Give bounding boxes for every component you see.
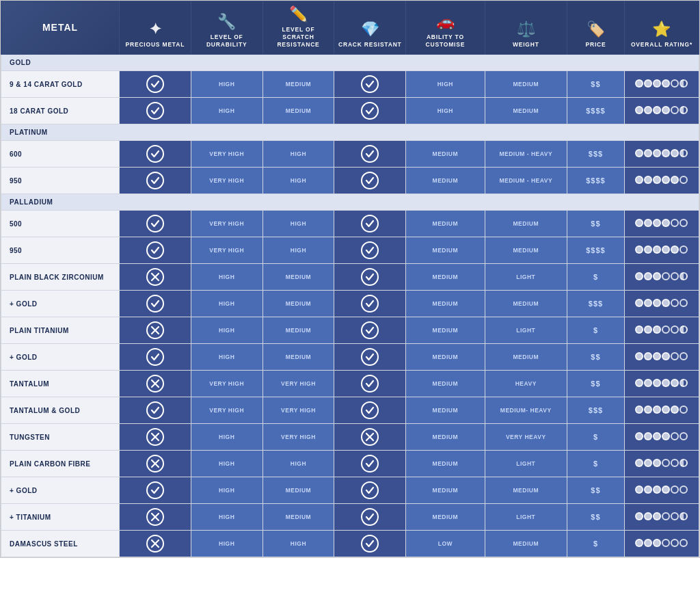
weight-value: MEDIUM - HEAVY: [499, 150, 552, 157]
scratch-value: VERY HIGH: [281, 434, 316, 440]
rating-circle-filled: [662, 245, 670, 254]
durability-cell: VERY HIGH: [191, 141, 262, 168]
scratch-header-label: LEVEL OF SCRATCH RESISTANCE: [266, 26, 332, 49]
durability-cell: HIGH: [191, 264, 262, 291]
customise-value: HIGH: [438, 81, 453, 88]
rating-circle-filled: [653, 325, 661, 334]
rating-circles: [635, 432, 688, 440]
rating-circle-filled: [653, 539, 661, 547]
rating-circle-filled: [635, 272, 643, 280]
rating-cell: [624, 141, 699, 168]
scratch-value: MEDIUM: [286, 327, 311, 334]
rating-cell: [624, 291, 699, 317]
durability-value: HIGH: [219, 354, 234, 360]
rating-circle-filled: [653, 219, 661, 227]
durability-value: HIGH: [219, 514, 234, 520]
rating-circle-empty: [671, 299, 679, 307]
customise-value: MEDIUM: [433, 247, 458, 254]
metal-name-cell: PLAIN BLACK ZIRCONIUM: [1, 264, 120, 291]
crack-cell: [334, 237, 406, 264]
durability-cell: HIGH: [191, 504, 262, 531]
rating-circle-filled: [635, 299, 643, 307]
durability-value: HIGH: [219, 274, 234, 280]
rating-circle-filled: [635, 539, 643, 547]
rating-circle-filled: [644, 149, 652, 157]
rating-circle-filled: [671, 149, 679, 157]
crack-cell: [334, 371, 406, 397]
price-value: $: [593, 273, 598, 281]
durability-value: HIGH: [219, 540, 234, 547]
rating-circle-filled: [662, 379, 670, 387]
rating-circle-filled: [644, 539, 652, 547]
durability-cell: VERY HIGH: [191, 237, 262, 264]
durability-value: HIGH: [219, 327, 234, 334]
customise-cell: LOW: [406, 531, 485, 557]
customise-cell: MEDIUM: [406, 344, 485, 371]
price-value: $$$: [589, 150, 603, 158]
scratch-value: MEDIUM: [286, 81, 311, 88]
precious-metal-cell: [119, 291, 191, 317]
rating-circles: [635, 539, 688, 547]
rating-circle-filled: [635, 325, 643, 334]
scratch-value: MEDIUM: [286, 107, 311, 114]
price-cell: $: [567, 451, 625, 477]
price-cell: $$: [567, 477, 625, 504]
check-no-icon: [146, 428, 164, 446]
check-yes-icon: [146, 102, 164, 120]
rating-circle-filled: [662, 405, 670, 414]
durability-value: HIGH: [219, 434, 234, 440]
check-yes-icon: [361, 102, 379, 120]
table-row: DAMASCUS STEEL HIGHHIGH LOWMEDIUM$: [1, 531, 699, 557]
precious-metal-cell: [119, 397, 191, 424]
check-yes-icon: [361, 172, 379, 189]
rating-circle-filled: [653, 272, 661, 280]
metal-name-cell: + GOLD: [1, 344, 120, 371]
rating-circle-filled: [644, 245, 652, 254]
crack-cell: [334, 168, 406, 194]
price-value: $$: [591, 486, 600, 494]
rating-circle-empty: [679, 219, 688, 227]
durability-cell: VERY HIGH: [191, 211, 262, 237]
rating-circle-filled: [671, 176, 679, 184]
rating-circle-empty: [662, 325, 670, 334]
rating-circles: [635, 272, 688, 280]
crack-cell: [334, 477, 406, 504]
precious-metal-icon: ✦: [122, 21, 188, 38]
price-cell: $: [567, 424, 625, 451]
precious-metal-cell: [119, 504, 191, 531]
rating-circle-empty: [671, 272, 679, 280]
check-no-icon: [146, 508, 164, 526]
rating-circle-empty: [671, 539, 679, 547]
weight-value: MEDIUM- HEAVY: [500, 407, 552, 414]
metal-header: METAL: [1, 1, 120, 55]
price-cell: $$: [567, 344, 625, 371]
rating-circle-filled: [662, 176, 670, 184]
check-yes-icon: [361, 295, 379, 312]
rating-circles: [635, 379, 688, 387]
weight-cell: MEDIUM: [485, 344, 567, 371]
rating-circle-filled: [644, 512, 652, 520]
category-row: PALLADIUM: [1, 194, 699, 211]
customise-cell: MEDIUM: [406, 168, 485, 194]
rating-circle-filled: [662, 485, 670, 494]
metal-name-cell: 950: [1, 237, 120, 264]
check-yes-icon: [361, 75, 379, 93]
rating-circle-filled: [644, 459, 652, 467]
rating-circle-empty: [662, 459, 670, 467]
price-cell: $$: [567, 504, 625, 531]
durability-header: 🔧 LEVEL OF DURABILITY: [191, 1, 262, 55]
durability-value: VERY HIGH: [209, 407, 244, 414]
check-no-icon: [361, 428, 379, 446]
customise-cell: MEDIUM: [406, 317, 485, 344]
precious-metal-cell: [119, 451, 191, 477]
metal-name-cell: 500: [1, 211, 120, 237]
price-cell: $: [567, 317, 625, 344]
durability-cell: HIGH: [191, 531, 262, 557]
table-row: + GOLD HIGHMEDIUM MEDIUMMEDIUM$$$: [1, 291, 699, 317]
durability-value: HIGH: [219, 300, 234, 307]
customise-cell: MEDIUM: [406, 291, 485, 317]
rating-circle-filled: [671, 405, 679, 414]
table-row: TUNGSTEN HIGHVERY HIGH MEDIUMVERY HEAVY$: [1, 424, 699, 451]
check-yes-icon: [361, 455, 379, 472]
crack-cell: [334, 424, 406, 451]
